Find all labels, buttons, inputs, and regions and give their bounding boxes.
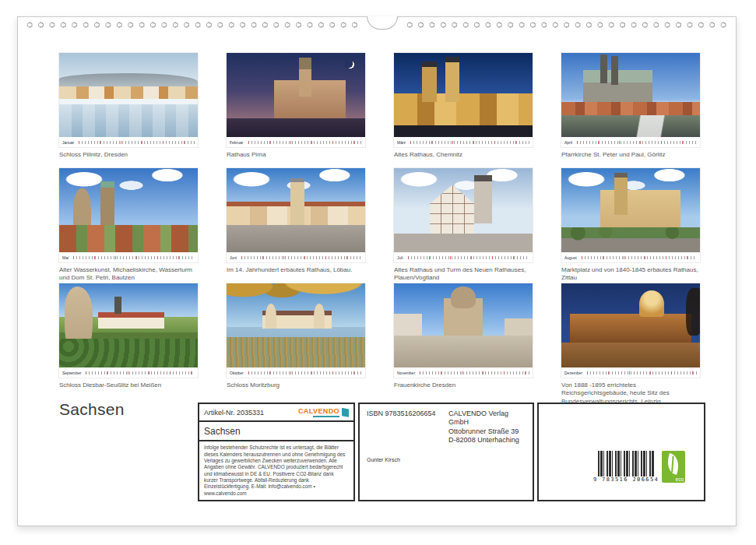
photo-altes-rathaus-chemnitz [394,53,533,137]
month-label: September [62,371,81,375]
photo-rathaus-loebau [227,168,365,252]
calendar-month-thumbnail: Juni Im 14. Jahrhundert erbautes Rathaus… [227,168,365,283]
date-ticks [582,256,697,259]
binding-holes-left [24,19,359,30]
photo-caption: Im 14. Jahrhundert erbautes Rathaus, Löb… [227,266,365,274]
photo-frame: März [394,53,533,147]
photo-reichsgericht-leipzig [561,283,700,367]
legal-text-row: Infolge bestehender Schutzrechte ist es … [199,440,353,500]
photo-rathaus-zittau [561,168,700,252]
calendar-month-thumbnail: März Altes Rathaus, Chemnitz [394,53,533,168]
photo-pfarrkirche-goerlitz [561,53,700,137]
author-name: Gunter Kirsch [367,457,526,462]
calendar-month-thumbnail: Mai Alter Wasserkunst, Michaeliskirche, … [59,168,198,283]
mini-date-strip: Januar [59,137,198,147]
calendar-month-thumbnail: November Frauenkirche Dresden [394,283,533,399]
calendar-month-thumbnail: Januar Schloss Pillnitz, Dresden [59,53,198,168]
product-info-block: Artikel-Nr. 2035331 CALVENDO Sachsen Inf… [198,403,705,501]
month-label: Juni [230,255,237,260]
mini-date-strip: Oktober [227,367,365,378]
photo-frame: April [561,53,700,147]
moon-icon [345,59,356,70]
photo-caption: Frauenkirche Dresden [394,382,533,389]
isbn-number: ISBN 9783516206654 [367,410,448,445]
calendar-month-thumbnail: Dezember Von 1888 -1895 errichtetes Reic… [561,283,700,399]
month-label: Februar [230,140,244,145]
photo-frame: Juni [227,168,365,262]
page-title: Sachsen [59,400,125,419]
calvendo-logo-tagline [313,416,339,417]
calendar-month-thumbnail: April Pfarrkirche St. Peter und Paul, Gö… [561,53,700,168]
publisher-info-column: ISBN 9783516206654 CALVENDO Verlag GmbH … [358,403,534,501]
article-number: Artikel-Nr. 2035331 [204,409,264,417]
photo-caption: Schloss Diesbar-Seußlitz bei Meißen [59,382,198,389]
photo-caption: Schloss Pillnitz, Dresden [59,151,198,159]
photo-caption: Pfarrkirche St. Peter und Paul, Görlitz [561,151,700,159]
month-label: Oktober [230,371,244,375]
calendar-back-page: Januar Schloss Pillnitz, Dresden Februar… [17,16,737,526]
photo-frauenkirche-dresden [394,283,533,367]
calvendo-logo: CALVENDO [298,407,349,417]
calendar-title: Sachsen [204,426,241,437]
date-ticks [577,141,697,144]
photo-caption: Altes Rathaus, Chemnitz [394,151,533,159]
month-label: November [397,371,415,375]
legal-text: Infolge bestehender Schutzrechte ist es … [204,445,349,497]
photo-schloss-diesbar-seusslitz [59,283,198,367]
thumbnail-grid: Januar Schloss Pillnitz, Dresden Februar… [59,53,700,399]
month-label: Dezember [564,371,582,375]
photo-frame: Dezember [561,283,700,378]
photo-frame: Februar [227,53,365,147]
mini-date-strip: Mai [59,252,198,262]
calendar-month-thumbnail: September Schloss Diesbar-Seußlitz bei M… [59,283,198,399]
calendar-month-thumbnail: Februar Rathaus Pirna [227,53,365,168]
date-ticks [410,141,529,144]
calendar-month-thumbnail: Juli Altes Rathaus und Turm des Neuen Ra… [394,168,533,283]
publisher-address: CALVENDO Verlag GmbH Ottobrunner Straße … [448,410,526,445]
calvendo-logo-text: CALVENDO [298,407,339,415]
calendar-month-thumbnail: Oktober Schloss Moritzburg [227,283,365,399]
month-label: Juli [397,255,403,260]
month-label: März [397,140,406,145]
calendar-month-thumbnail: August Marktplatz und von 1840-1845 erba… [561,168,700,283]
photo-rathaus-pirna [227,53,365,137]
photo-schloss-pillnitz [59,53,198,137]
eco-logo: eco [662,451,685,483]
photo-frame: August [561,168,700,262]
photo-frame: September [59,283,198,378]
month-label: Mai [62,255,69,260]
date-ticks [248,371,362,374]
photo-frame: Mai [59,168,198,262]
photo-frame: November [394,283,533,378]
mini-date-strip: Juli [394,252,533,262]
photo-caption: Rathaus Pirna [227,151,365,159]
date-ticks [79,141,195,144]
photo-caption: Altes Rathaus und Turm des Neuen Rathaus… [394,266,533,283]
barcode-digits: 9 783516 206654 [590,476,662,483]
date-ticks [86,371,195,374]
date-ticks [248,141,362,144]
mini-date-strip: August [561,252,700,262]
hanger-notch [367,16,398,30]
photo-caption: Schloss Moritzburg [227,382,365,389]
mini-date-strip: Juni [227,252,365,262]
photo-frame: Januar [59,53,198,147]
date-ticks [420,371,529,374]
mini-date-strip: Februar [227,137,365,147]
mini-date-strip: September [59,367,198,378]
barcode-column: 9 783516 206654 eco [537,403,705,501]
mini-date-strip: April [561,137,700,147]
photo-bautzen-panorama [59,168,198,252]
leaf-icon [664,453,683,475]
date-ticks [408,256,529,259]
photo-frame: Oktober [227,283,365,378]
calendar-title-row: Sachsen [199,420,353,440]
ean-barcode [598,451,654,479]
month-label: August [564,255,577,260]
mini-date-strip: Dezember [561,367,700,378]
mini-date-strip: November [394,367,533,378]
photo-frame: Juli [394,168,533,262]
photo-rathaus-plauen [394,168,533,252]
article-number-row: Artikel-Nr. 2035331 CALVENDO [199,404,353,420]
eco-label: eco [676,476,684,482]
